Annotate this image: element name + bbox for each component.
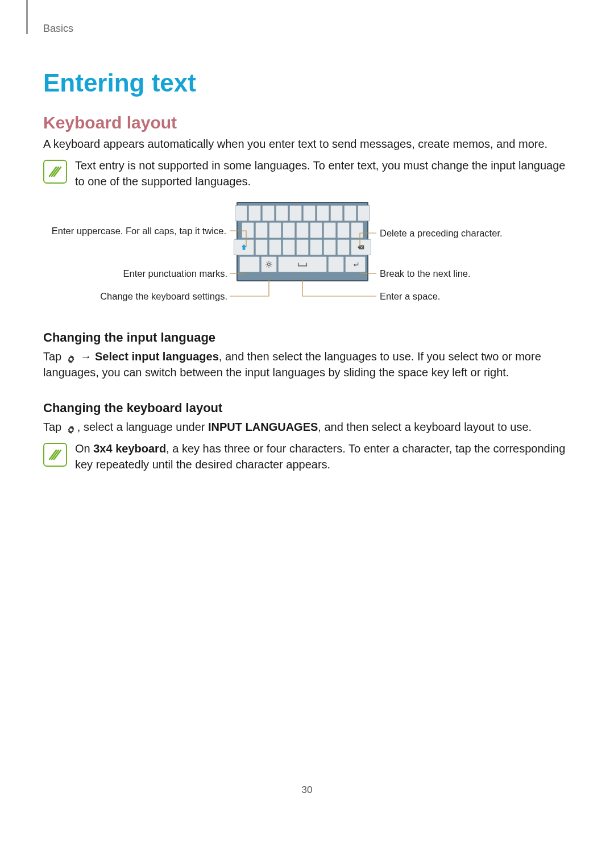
note-language-support: Text entry is not supported in some lang… (43, 157, 574, 189)
text: On (75, 442, 93, 455)
header-rule (26, 0, 28, 34)
note-icon (43, 443, 67, 467)
page-number: 30 (0, 784, 614, 796)
paragraph-keyboard-layout: Tap , select a language under INPUT LANG… (43, 419, 574, 435)
page-title: Entering text (43, 69, 574, 97)
text: , and then select a keyboard layout to u… (318, 421, 532, 433)
note-icon (43, 160, 67, 184)
text: Tap (43, 350, 65, 363)
gear-icon (66, 423, 76, 433)
text: , select a language under (77, 421, 208, 433)
leader-lines (44, 202, 556, 310)
note-text: On 3x4 keyboard, a key has three or four… (75, 441, 574, 472)
text: Tap (43, 421, 65, 433)
heading-input-language: Changing the input language (43, 330, 574, 345)
paragraph-input-language: Tap → Select input languages, and then s… (43, 348, 574, 380)
gear-icon (66, 352, 76, 363)
section-label: Basics (43, 23, 574, 35)
text: Select input languages (95, 350, 219, 363)
paragraph-keyboard: A keyboard appears automatically when yo… (43, 136, 574, 152)
note-text: Text entry is not supported in some lang… (75, 157, 574, 189)
text: INPUT LANGUAGES (208, 421, 318, 433)
text: 3x4 keyboard (93, 442, 166, 455)
keyboard-diagram: Enter uppercase. For all caps, tap it tw… (44, 202, 556, 310)
heading-keyboard-layout-change: Changing the keyboard layout (43, 401, 574, 416)
note-3x4-keyboard: On 3x4 keyboard, a key has three or four… (43, 441, 574, 472)
text: → (77, 350, 95, 363)
heading-keyboard-layout: Keyboard layout (43, 113, 574, 132)
